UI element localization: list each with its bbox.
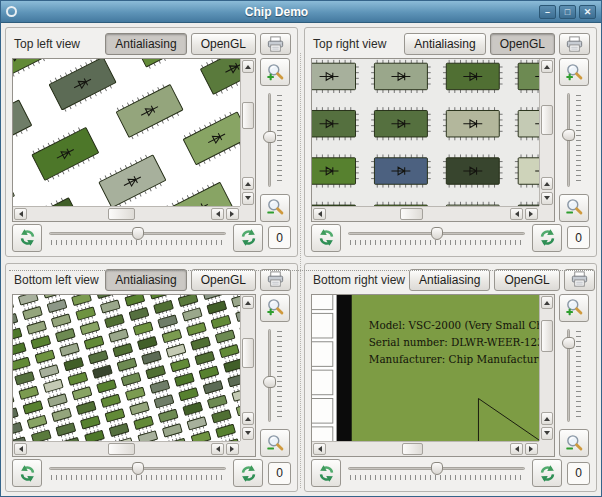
scroll-up-button-2[interactable]	[242, 177, 254, 190]
zoom-out-button[interactable]	[260, 429, 290, 457]
zoom-slider-handle[interactable]	[562, 129, 575, 141]
vertical-scrollbar[interactable]	[240, 59, 255, 206]
zoom-out-button[interactable]	[559, 429, 589, 457]
scroll-right-button[interactable]	[525, 208, 538, 220]
vertical-scrollbar-thumb[interactable]	[541, 320, 553, 352]
scroll-right-button[interactable]	[226, 443, 239, 455]
scroll-down-button[interactable]	[541, 427, 553, 440]
graphics-view[interactable]: Model: VSC-2000 (Very Small Chip) at 9 S…	[311, 294, 555, 458]
rotate-left-button[interactable]	[311, 224, 341, 252]
scroll-up-button[interactable]	[541, 60, 553, 73]
scroll-up-button[interactable]	[242, 60, 254, 73]
zoom-out-button[interactable]	[260, 194, 290, 222]
splitter-horizontal[interactable]	[9, 270, 593, 271]
close-button[interactable]: ✕	[579, 5, 596, 19]
rotate-slider[interactable]	[346, 225, 527, 251]
zoom-slider-handle[interactable]	[263, 131, 276, 143]
rotate-right-button[interactable]	[233, 224, 263, 252]
rotate-slider-handle[interactable]	[132, 462, 144, 475]
zoom-out-button[interactable]	[559, 194, 589, 222]
rotation-spinbox[interactable]: 0	[268, 462, 291, 485]
graphics-view[interactable]	[12, 294, 256, 458]
scroll-left-button[interactable]	[14, 208, 27, 220]
zoom-slider[interactable]	[561, 91, 587, 189]
rotate-slider[interactable]	[47, 460, 228, 486]
horizontal-scrollbar-thumb[interactable]	[108, 208, 135, 220]
print-button[interactable]	[559, 33, 590, 55]
rotate-slider[interactable]	[47, 225, 228, 251]
rotate-right-button[interactable]	[532, 224, 562, 252]
rotation-spinbox[interactable]: 0	[567, 226, 590, 249]
print-button[interactable]	[260, 33, 291, 55]
scroll-left-button[interactable]	[313, 443, 326, 455]
rotate-right-button[interactable]	[233, 459, 263, 487]
vertical-scrollbar[interactable]	[240, 295, 255, 442]
antialiasing-button[interactable]: Antialiasing	[409, 269, 490, 291]
rotate-slider[interactable]	[346, 460, 527, 486]
scroll-left-button[interactable]	[313, 208, 326, 220]
scroll-down-button[interactable]	[242, 427, 254, 440]
graphics-view[interactable]	[311, 58, 555, 222]
horizontal-scrollbar-thumb[interactable]	[402, 443, 424, 455]
opengl-button[interactable]: OpenGL	[490, 33, 555, 55]
zoom-slider[interactable]	[262, 327, 288, 425]
view-title: Bottom right view	[313, 273, 405, 287]
splitter-vertical[interactable]	[300, 53, 301, 488]
vertical-scrollbar[interactable]	[539, 295, 554, 442]
opengl-button[interactable]: OpenGL	[191, 269, 256, 291]
scroll-up-button[interactable]	[541, 296, 553, 309]
scroll-down-button[interactable]	[541, 192, 553, 205]
horizontal-scrollbar[interactable]	[312, 206, 539, 221]
zoom-in-button[interactable]	[559, 58, 589, 86]
zoom-slider[interactable]	[561, 327, 587, 425]
scroll-right-button[interactable]	[226, 208, 239, 220]
window-menu-icon[interactable]	[6, 6, 17, 17]
scroll-left-button-2[interactable]	[510, 443, 523, 455]
horizontal-scrollbar-thumb[interactable]	[400, 208, 423, 220]
scroll-left-button-2[interactable]	[510, 208, 523, 220]
vertical-scrollbar[interactable]	[539, 59, 554, 206]
zoom-slider-handle[interactable]	[263, 376, 276, 388]
rotate-left-button[interactable]	[12, 459, 42, 487]
rotation-spinbox[interactable]: 0	[567, 462, 590, 485]
zoom-in-button[interactable]	[260, 294, 290, 322]
horizontal-scrollbar[interactable]	[13, 206, 240, 221]
title-bar[interactable]: Chip Demo – □ ✕	[1, 1, 601, 23]
opengl-button[interactable]: OpenGL	[191, 33, 256, 55]
rotate-slider-handle[interactable]	[431, 227, 443, 240]
antialiasing-button[interactable]: Antialiasing	[105, 269, 186, 291]
rotation-spinbox[interactable]: 0	[268, 226, 291, 249]
print-button[interactable]	[260, 269, 291, 291]
zoom-in-button[interactable]	[260, 58, 290, 86]
horizontal-scrollbar[interactable]	[312, 441, 539, 456]
graphics-view[interactable]	[12, 58, 256, 222]
rotate-slider-handle[interactable]	[431, 462, 443, 475]
rotate-left-button[interactable]	[311, 459, 341, 487]
zoom-in-button[interactable]	[559, 294, 589, 322]
rotate-slider-handle[interactable]	[132, 227, 144, 240]
rotate-left-button[interactable]	[12, 224, 42, 252]
scroll-left-button-2[interactable]	[211, 208, 224, 220]
scroll-left-button[interactable]	[14, 443, 27, 455]
scroll-down-button[interactable]	[242, 192, 254, 205]
opengl-button[interactable]: OpenGL	[494, 269, 559, 291]
antialiasing-button[interactable]: Antialiasing	[105, 33, 186, 55]
minimize-button[interactable]: –	[539, 5, 556, 19]
scroll-left-button-2[interactable]	[211, 443, 224, 455]
scroll-up-button[interactable]	[242, 296, 254, 309]
rotate-right-button[interactable]	[532, 459, 562, 487]
horizontal-scrollbar-thumb[interactable]	[108, 443, 135, 455]
scroll-up-button-2[interactable]	[541, 177, 553, 190]
print-button[interactable]	[564, 269, 595, 291]
zoom-slider[interactable]	[262, 91, 288, 189]
vertical-scrollbar-thumb[interactable]	[242, 338, 254, 368]
scroll-right-button[interactable]	[525, 443, 538, 455]
zoom-slider-handle[interactable]	[562, 337, 575, 349]
horizontal-scrollbar[interactable]	[13, 441, 240, 456]
scroll-up-button-2[interactable]	[541, 412, 553, 425]
maximize-button[interactable]: □	[559, 5, 576, 19]
antialiasing-button[interactable]: Antialiasing	[404, 33, 485, 55]
vertical-scrollbar-thumb[interactable]	[242, 102, 254, 129]
vertical-scrollbar-thumb[interactable]	[541, 105, 553, 135]
scroll-up-button-2[interactable]	[242, 412, 254, 425]
